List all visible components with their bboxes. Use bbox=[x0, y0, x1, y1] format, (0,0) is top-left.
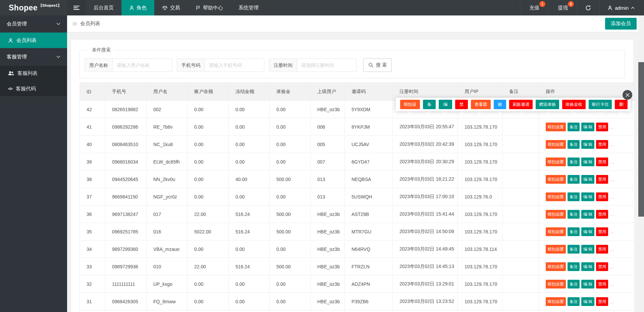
more-actions[interactable]: ... bbox=[610, 212, 614, 217]
action-button-禁用[interactable]: 禁用 bbox=[596, 227, 608, 236]
action-button-暗扣设置[interactable]: 暗扣设置 bbox=[546, 175, 566, 184]
action-button-禁用[interactable]: 禁用 bbox=[596, 210, 608, 219]
action-button-备注[interactable]: 备注 bbox=[568, 297, 580, 306]
close-icon bbox=[626, 93, 630, 97]
action-button-禁用[interactable]: 禁用 bbox=[596, 280, 608, 288]
action-button-备注[interactable]: 备注 bbox=[568, 158, 580, 166]
nav-tab[interactable]: 帮助中心 bbox=[188, 0, 231, 15]
quick-action[interactable]: 充值1 bbox=[520, 0, 548, 15]
action-button-编 辑[interactable]: 编 辑 bbox=[581, 245, 594, 254]
popup-action-button-银行卡信息[interactable]: 银行卡信息 bbox=[589, 100, 612, 109]
popup-action-button-体验金收回[interactable]: 体验金收回 bbox=[562, 100, 586, 109]
action-button-编 辑[interactable]: 编 辑 bbox=[581, 210, 594, 219]
action-button-编 辑[interactable]: 编 辑 bbox=[581, 158, 594, 166]
cell-invite: FTRZLN bbox=[345, 258, 393, 275]
sidebar-item-客服列表[interactable]: 客服列表 bbox=[0, 65, 67, 81]
action-button-备注[interactable]: 备注 bbox=[568, 227, 580, 236]
action-button-编 辑[interactable]: 编 辑 bbox=[581, 227, 594, 236]
vertical-scrollbar[interactable] bbox=[638, 15, 644, 312]
search-input[interactable] bbox=[113, 59, 172, 72]
nav-tab[interactable]: 角色 bbox=[121, 0, 154, 15]
action-button-禁用[interactable]: 禁用 bbox=[596, 262, 608, 271]
sidebar-item-会员列表[interactable]: 会员列表 bbox=[0, 33, 67, 48]
action-button-编 辑[interactable]: 编 辑 bbox=[581, 175, 594, 184]
action-button-备注[interactable]: 备注 bbox=[568, 175, 580, 184]
action-button-禁用[interactable]: 禁用 bbox=[596, 123, 608, 131]
popup-action-button-刷新邀请码[interactable]: 刷新邀请码 bbox=[509, 100, 533, 109]
action-button-暗扣设置[interactable]: 暗扣设置 bbox=[546, 227, 566, 236]
sidebar-group-header[interactable]: 会员管理 bbox=[0, 15, 67, 32]
more-actions[interactable]: ... bbox=[610, 124, 614, 129]
action-button-备注[interactable]: 备注 bbox=[568, 140, 580, 149]
nav-tab[interactable]: 后台首页 bbox=[86, 0, 121, 15]
quick-action[interactable]: 提现8 bbox=[548, 0, 577, 15]
action-button-禁用[interactable]: 禁用 bbox=[596, 297, 608, 306]
search-field-label: 用户名称 bbox=[85, 59, 113, 72]
search-input[interactable] bbox=[205, 59, 264, 72]
action-button-暗扣设置[interactable]: 暗扣设置 bbox=[546, 123, 566, 131]
popup-action-button-赠送体验金[interactable]: 赠送体验金 bbox=[536, 100, 559, 109]
action-button-暗扣设置[interactable]: 暗扣设置 bbox=[546, 140, 566, 149]
sidebar-item-客服代码[interactable]: </>客服代码 bbox=[0, 81, 67, 96]
popup-action-button-备注[interactable]: 备注 bbox=[423, 100, 436, 109]
action-button-禁用[interactable]: 禁用 bbox=[596, 140, 608, 149]
action-button-编 辑[interactable]: 编 辑 bbox=[581, 280, 594, 288]
action-button-备注[interactable]: 备注 bbox=[568, 280, 580, 288]
action-button-备注[interactable]: 备注 bbox=[568, 210, 580, 219]
cell-phone: 0989729936 bbox=[105, 258, 147, 275]
more-actions[interactable]: ... bbox=[610, 299, 614, 304]
action-button-禁用[interactable]: 禁用 bbox=[596, 175, 608, 184]
cell-frozen: 0.00 bbox=[229, 275, 270, 293]
refresh-button[interactable] bbox=[577, 0, 599, 15]
popup-action-button-账变[interactable]: 账变 bbox=[494, 100, 506, 109]
nav-tab-label: 角色 bbox=[137, 5, 147, 11]
action-button-暗扣设置[interactable]: 暗扣设置 bbox=[546, 245, 566, 254]
action-button-暗扣设置[interactable]: 暗扣设置 bbox=[546, 297, 566, 306]
more-actions[interactable]: ... bbox=[610, 142, 614, 147]
popup-action-button-编 辑[interactable]: 编 辑 bbox=[439, 100, 452, 109]
popup-action-button-禁用[interactable]: 禁用 bbox=[455, 100, 468, 109]
more-actions[interactable]: ... bbox=[610, 264, 614, 269]
cell-phone: 0986292286 bbox=[105, 118, 147, 136]
action-button-编 辑[interactable]: 编 辑 bbox=[581, 123, 594, 131]
action-button-编 辑[interactable]: 编 辑 bbox=[581, 262, 594, 271]
sidebar-item-label: 客服代码 bbox=[16, 86, 36, 92]
sidebar-toggle-button[interactable] bbox=[67, 0, 86, 15]
action-button-暗扣设置[interactable]: 暗扣设置 bbox=[546, 262, 566, 271]
action-button-编 辑[interactable]: 编 辑 bbox=[581, 297, 594, 306]
sidebar-group-header[interactable]: 客服管理 bbox=[0, 48, 67, 65]
popup-action-button-删除[interactable]: 删除 bbox=[615, 100, 628, 109]
cell-username: 011 bbox=[147, 310, 187, 312]
action-button-备注[interactable]: 备注 bbox=[568, 262, 580, 271]
user-menu[interactable]: admin bbox=[599, 0, 644, 15]
popup-action-button-查看团队[interactable]: 查看团队 bbox=[471, 100, 491, 109]
more-actions[interactable]: ... bbox=[610, 177, 614, 182]
more-actions[interactable]: ... bbox=[610, 159, 614, 164]
popup-action-button-暗扣设置[interactable]: 暗扣设置 bbox=[400, 100, 420, 109]
action-button-备注[interactable]: 备注 bbox=[568, 123, 580, 131]
action-button-编 辑[interactable]: 编 辑 bbox=[581, 140, 594, 149]
action-button-暗扣设置[interactable]: 暗扣设置 bbox=[546, 158, 566, 166]
cell-invite: P39ZB6 bbox=[345, 293, 393, 310]
more-actions[interactable]: ... bbox=[610, 194, 614, 199]
action-button-禁用[interactable]: 禁用 bbox=[596, 192, 608, 201]
more-actions[interactable]: ... bbox=[610, 281, 614, 286]
cell-invite: 8YKPJM bbox=[345, 118, 393, 136]
action-button-暗扣设置[interactable]: 暗扣设置 bbox=[546, 280, 566, 288]
action-button-编 辑[interactable]: 编 辑 bbox=[581, 192, 594, 201]
action-button-备注[interactable]: 备注 bbox=[568, 245, 580, 254]
popup-close-button[interactable] bbox=[623, 90, 632, 100]
more-actions[interactable]: ... bbox=[610, 229, 614, 234]
nav-tab[interactable]: 系统管理 bbox=[231, 0, 266, 15]
search-button[interactable]: 搜 索 bbox=[363, 58, 392, 72]
more-actions[interactable]: ... bbox=[610, 247, 614, 252]
action-button-禁用[interactable]: 禁用 bbox=[596, 245, 608, 254]
scrollbar-thumb[interactable] bbox=[638, 62, 644, 217]
action-button-备注[interactable]: 备注 bbox=[568, 192, 580, 201]
action-button-暗扣设置[interactable]: 暗扣设置 bbox=[546, 192, 566, 201]
nav-tab[interactable]: 交易 bbox=[154, 0, 188, 15]
action-button-暗扣设置[interactable]: 暗扣设置 bbox=[546, 210, 566, 219]
add-member-button[interactable]: 添加会员 bbox=[605, 18, 637, 30]
search-input[interactable] bbox=[297, 59, 356, 72]
action-button-禁用[interactable]: 禁用 bbox=[596, 158, 608, 166]
